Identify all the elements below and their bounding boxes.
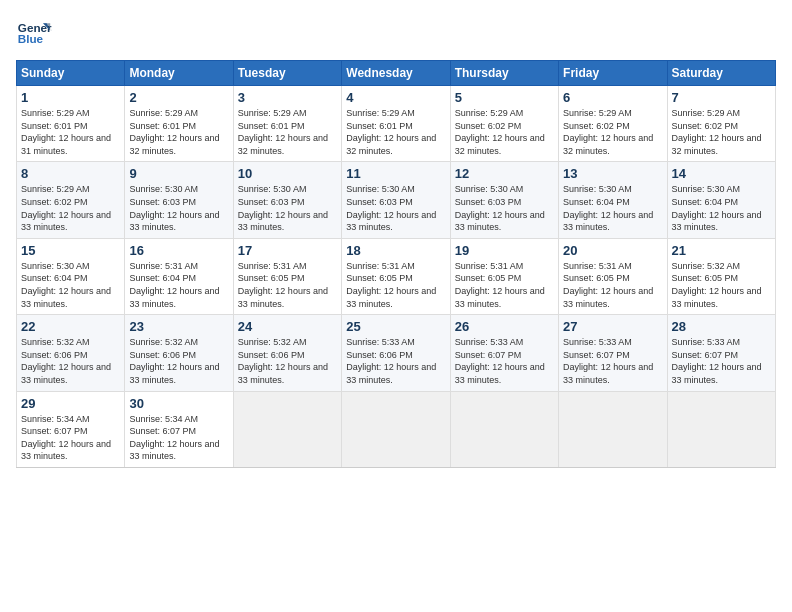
calendar-cell: 4Sunrise: 5:29 AMSunset: 6:01 PMDaylight… [342, 86, 450, 162]
day-info: Sunrise: 5:32 AMSunset: 6:06 PMDaylight:… [129, 336, 228, 386]
day-info: Sunrise: 5:34 AMSunset: 6:07 PMDaylight:… [21, 413, 120, 463]
calendar-cell: 21Sunrise: 5:32 AMSunset: 6:05 PMDayligh… [667, 238, 775, 314]
calendar-cell: 6Sunrise: 5:29 AMSunset: 6:02 PMDaylight… [559, 86, 667, 162]
calendar-cell [342, 391, 450, 467]
day-number: 19 [455, 243, 554, 258]
calendar-cell: 8Sunrise: 5:29 AMSunset: 6:02 PMDaylight… [17, 162, 125, 238]
day-info: Sunrise: 5:29 AMSunset: 6:01 PMDaylight:… [129, 107, 228, 157]
day-info: Sunrise: 5:30 AMSunset: 6:04 PMDaylight:… [21, 260, 120, 310]
day-info: Sunrise: 5:31 AMSunset: 6:05 PMDaylight:… [346, 260, 445, 310]
day-info: Sunrise: 5:31 AMSunset: 6:04 PMDaylight:… [129, 260, 228, 310]
calendar-cell: 27Sunrise: 5:33 AMSunset: 6:07 PMDayligh… [559, 315, 667, 391]
calendar-cell: 1Sunrise: 5:29 AMSunset: 6:01 PMDaylight… [17, 86, 125, 162]
day-info: Sunrise: 5:33 AMSunset: 6:06 PMDaylight:… [346, 336, 445, 386]
col-header-wednesday: Wednesday [342, 61, 450, 86]
header: General Blue [16, 16, 776, 52]
day-info: Sunrise: 5:29 AMSunset: 6:01 PMDaylight:… [238, 107, 337, 157]
calendar-cell: 19Sunrise: 5:31 AMSunset: 6:05 PMDayligh… [450, 238, 558, 314]
day-number: 10 [238, 166, 337, 181]
day-number: 27 [563, 319, 662, 334]
col-header-tuesday: Tuesday [233, 61, 341, 86]
day-number: 6 [563, 90, 662, 105]
day-info: Sunrise: 5:32 AMSunset: 6:06 PMDaylight:… [238, 336, 337, 386]
day-number: 14 [672, 166, 771, 181]
logo: General Blue [16, 16, 52, 52]
day-info: Sunrise: 5:32 AMSunset: 6:06 PMDaylight:… [21, 336, 120, 386]
calendar-cell: 25Sunrise: 5:33 AMSunset: 6:06 PMDayligh… [342, 315, 450, 391]
day-number: 24 [238, 319, 337, 334]
calendar-cell: 20Sunrise: 5:31 AMSunset: 6:05 PMDayligh… [559, 238, 667, 314]
week-row-5: 29Sunrise: 5:34 AMSunset: 6:07 PMDayligh… [17, 391, 776, 467]
day-info: Sunrise: 5:30 AMSunset: 6:03 PMDaylight:… [129, 183, 228, 233]
header-row: SundayMondayTuesdayWednesdayThursdayFrid… [17, 61, 776, 86]
day-number: 29 [21, 396, 120, 411]
week-row-2: 8Sunrise: 5:29 AMSunset: 6:02 PMDaylight… [17, 162, 776, 238]
calendar-cell [450, 391, 558, 467]
day-info: Sunrise: 5:30 AMSunset: 6:03 PMDaylight:… [455, 183, 554, 233]
calendar-cell [559, 391, 667, 467]
day-info: Sunrise: 5:30 AMSunset: 6:03 PMDaylight:… [346, 183, 445, 233]
calendar-cell: 28Sunrise: 5:33 AMSunset: 6:07 PMDayligh… [667, 315, 775, 391]
day-number: 8 [21, 166, 120, 181]
calendar-cell: 23Sunrise: 5:32 AMSunset: 6:06 PMDayligh… [125, 315, 233, 391]
calendar-cell: 18Sunrise: 5:31 AMSunset: 6:05 PMDayligh… [342, 238, 450, 314]
day-number: 3 [238, 90, 337, 105]
calendar-cell: 11Sunrise: 5:30 AMSunset: 6:03 PMDayligh… [342, 162, 450, 238]
svg-text:Blue: Blue [18, 32, 44, 45]
calendar-cell: 15Sunrise: 5:30 AMSunset: 6:04 PMDayligh… [17, 238, 125, 314]
col-header-saturday: Saturday [667, 61, 775, 86]
day-number: 1 [21, 90, 120, 105]
calendar-cell: 22Sunrise: 5:32 AMSunset: 6:06 PMDayligh… [17, 315, 125, 391]
day-number: 7 [672, 90, 771, 105]
day-number: 25 [346, 319, 445, 334]
day-number: 15 [21, 243, 120, 258]
calendar-cell [667, 391, 775, 467]
col-header-sunday: Sunday [17, 61, 125, 86]
day-number: 5 [455, 90, 554, 105]
calendar-cell: 13Sunrise: 5:30 AMSunset: 6:04 PMDayligh… [559, 162, 667, 238]
day-info: Sunrise: 5:29 AMSunset: 6:02 PMDaylight:… [672, 107, 771, 157]
calendar-cell: 10Sunrise: 5:30 AMSunset: 6:03 PMDayligh… [233, 162, 341, 238]
day-number: 22 [21, 319, 120, 334]
day-number: 21 [672, 243, 771, 258]
day-info: Sunrise: 5:30 AMSunset: 6:04 PMDaylight:… [563, 183, 662, 233]
week-row-3: 15Sunrise: 5:30 AMSunset: 6:04 PMDayligh… [17, 238, 776, 314]
calendar-cell: 16Sunrise: 5:31 AMSunset: 6:04 PMDayligh… [125, 238, 233, 314]
col-header-monday: Monday [125, 61, 233, 86]
calendar-cell: 29Sunrise: 5:34 AMSunset: 6:07 PMDayligh… [17, 391, 125, 467]
day-info: Sunrise: 5:30 AMSunset: 6:03 PMDaylight:… [238, 183, 337, 233]
calendar-cell: 24Sunrise: 5:32 AMSunset: 6:06 PMDayligh… [233, 315, 341, 391]
day-info: Sunrise: 5:29 AMSunset: 6:01 PMDaylight:… [21, 107, 120, 157]
calendar-cell: 14Sunrise: 5:30 AMSunset: 6:04 PMDayligh… [667, 162, 775, 238]
logo-icon: General Blue [16, 16, 52, 52]
col-header-friday: Friday [559, 61, 667, 86]
calendar-cell: 5Sunrise: 5:29 AMSunset: 6:02 PMDaylight… [450, 86, 558, 162]
day-number: 13 [563, 166, 662, 181]
day-number: 20 [563, 243, 662, 258]
day-info: Sunrise: 5:33 AMSunset: 6:07 PMDaylight:… [563, 336, 662, 386]
day-number: 2 [129, 90, 228, 105]
day-number: 17 [238, 243, 337, 258]
day-info: Sunrise: 5:33 AMSunset: 6:07 PMDaylight:… [672, 336, 771, 386]
day-info: Sunrise: 5:31 AMSunset: 6:05 PMDaylight:… [455, 260, 554, 310]
calendar-cell: 2Sunrise: 5:29 AMSunset: 6:01 PMDaylight… [125, 86, 233, 162]
day-number: 28 [672, 319, 771, 334]
day-info: Sunrise: 5:29 AMSunset: 6:02 PMDaylight:… [563, 107, 662, 157]
day-info: Sunrise: 5:29 AMSunset: 6:01 PMDaylight:… [346, 107, 445, 157]
day-number: 11 [346, 166, 445, 181]
day-info: Sunrise: 5:33 AMSunset: 6:07 PMDaylight:… [455, 336, 554, 386]
calendar-cell: 12Sunrise: 5:30 AMSunset: 6:03 PMDayligh… [450, 162, 558, 238]
calendar-cell: 26Sunrise: 5:33 AMSunset: 6:07 PMDayligh… [450, 315, 558, 391]
day-number: 23 [129, 319, 228, 334]
day-info: Sunrise: 5:31 AMSunset: 6:05 PMDaylight:… [563, 260, 662, 310]
day-info: Sunrise: 5:29 AMSunset: 6:02 PMDaylight:… [455, 107, 554, 157]
day-info: Sunrise: 5:32 AMSunset: 6:05 PMDaylight:… [672, 260, 771, 310]
calendar-cell: 3Sunrise: 5:29 AMSunset: 6:01 PMDaylight… [233, 86, 341, 162]
day-number: 4 [346, 90, 445, 105]
day-number: 9 [129, 166, 228, 181]
calendar-cell: 9Sunrise: 5:30 AMSunset: 6:03 PMDaylight… [125, 162, 233, 238]
day-number: 12 [455, 166, 554, 181]
calendar-cell: 17Sunrise: 5:31 AMSunset: 6:05 PMDayligh… [233, 238, 341, 314]
calendar-cell: 30Sunrise: 5:34 AMSunset: 6:07 PMDayligh… [125, 391, 233, 467]
week-row-4: 22Sunrise: 5:32 AMSunset: 6:06 PMDayligh… [17, 315, 776, 391]
